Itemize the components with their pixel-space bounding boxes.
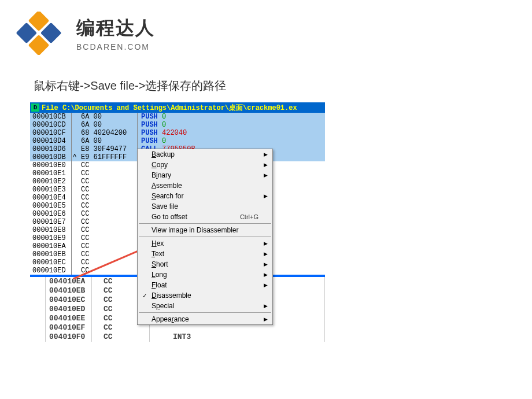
menu-label: View image in Disassembler <box>152 226 239 234</box>
menu-item-special[interactable]: Special▶ <box>138 301 272 311</box>
asm-row[interactable]: 000010D46A 00PUSH 0 <box>30 137 325 145</box>
table-row[interactable]: 004010F0CCINT3 <box>46 332 324 342</box>
submenu-arrow-icon: ▶ <box>264 282 268 288</box>
logo-icon <box>7 12 71 55</box>
menu-item-short[interactable]: Short▶ <box>138 259 272 269</box>
menu-label: Assemble <box>152 182 182 190</box>
menu-label: Save file <box>152 202 178 210</box>
address-cell: 000010EC <box>30 258 72 267</box>
menu-item-search-for[interactable]: Search for▶ <box>138 191 272 201</box>
menu-label: Appearance <box>152 315 189 323</box>
instruction-text: 鼠标右键->Save file->选择保存的路径 <box>0 61 532 102</box>
menu-label: Float <box>152 281 167 289</box>
address-cell: 000010E6 <box>30 210 72 218</box>
bytes-cell: CC <box>77 242 138 250</box>
address-cell: 000010E8 <box>30 226 72 234</box>
bytes-cell: CC <box>77 202 138 210</box>
bytes-cell: CC <box>92 332 150 342</box>
menu-label: Backup <box>152 150 175 158</box>
address-cell: 000010EA <box>30 242 72 250</box>
menu-item-save-file[interactable]: Save file <box>138 201 272 212</box>
address-cell: 004010EF <box>46 323 92 332</box>
bytes-cell: E9 61FFFFFF <box>77 153 138 161</box>
bytes-cell: CC <box>77 226 138 234</box>
submenu-arrow-icon: ▶ <box>264 241 268 246</box>
window-title: File C:\Documents and Settings\Administr… <box>42 103 297 113</box>
instruction-cell: INT3 <box>150 332 191 342</box>
asm-row[interactable]: 000010CD6A 00PUSH 0 <box>30 121 325 129</box>
shortcut-text: Ctrl+G <box>240 213 258 220</box>
address-cell: 000010E9 <box>30 234 72 242</box>
marker-cell: ^ <box>72 153 77 161</box>
address-cell: 000010CF <box>30 129 72 137</box>
bytes-cell: 6A 00 <box>77 137 138 145</box>
menu-item-backup[interactable]: Backup▶ <box>138 149 272 160</box>
bytes-cell: CC <box>77 250 138 258</box>
debugger-window: D File C:\Documents and Settings\Adminis… <box>30 102 325 275</box>
address-cell: 000010D4 <box>30 137 72 145</box>
menu-item-go-to-offset[interactable]: Go to offsetCtrl+G <box>138 212 272 222</box>
address-cell: 000010E0 <box>30 161 72 169</box>
address-cell: 000010EB <box>30 250 72 258</box>
menu-item-hex[interactable]: Hex▶ <box>138 238 272 249</box>
submenu-arrow-icon: ▶ <box>264 251 268 257</box>
menu-item-copy[interactable]: Copy▶ <box>138 160 272 170</box>
menu-label: Search for <box>152 192 183 200</box>
menu-separator <box>139 237 271 237</box>
menu-item-text[interactable]: Text▶ <box>138 249 272 259</box>
submenu-arrow-icon: ▶ <box>264 272 268 278</box>
menu-item-binary[interactable]: Binary▶ <box>138 170 272 180</box>
bytes-cell: CC <box>77 234 138 242</box>
menu-item-view-image-in-disassembler[interactable]: View image in Disassembler <box>138 225 272 235</box>
address-cell: 004010F0 <box>46 332 92 342</box>
menu-item-long[interactable]: Long▶ <box>138 269 272 280</box>
asm-row[interactable]: 000010CF68 40204200PUSH 422040 <box>30 129 325 137</box>
bytes-cell: CC <box>77 258 138 267</box>
menu-label: Short <box>152 260 168 268</box>
logo-en: BCDAREN.COM <box>76 42 155 51</box>
menu-item-appearance[interactable]: Appearance▶ <box>138 314 272 324</box>
menu-item-assemble[interactable]: Assemble <box>138 180 272 191</box>
window-type-icon: D <box>31 104 39 112</box>
submenu-arrow-icon: ▶ <box>264 172 268 178</box>
title-bar[interactable]: D File C:\Documents and Settings\Adminis… <box>30 102 325 113</box>
address-cell: 000010E7 <box>30 218 72 226</box>
menu-label: Disassemble <box>152 291 191 300</box>
bytes-cell: CC <box>77 194 138 202</box>
menu-label: Go to offset <box>152 213 187 221</box>
instruction-cell: PUSH 422040 <box>138 129 187 137</box>
submenu-arrow-icon: ▶ <box>264 261 268 267</box>
menu-label: Long <box>152 271 167 279</box>
submenu-arrow-icon: ▶ <box>264 303 268 309</box>
context-menu: Backup▶Copy▶Binary▶AssembleSearch for▶Sa… <box>137 149 273 325</box>
address-cell: 000010D6 <box>30 145 72 153</box>
menu-item-float[interactable]: Float▶ <box>138 280 272 290</box>
menu-item-disassemble[interactable]: ✓Disassemble <box>138 290 272 301</box>
address-cell: 000010CD <box>30 121 72 129</box>
bytes-cell: CC <box>77 210 138 218</box>
bytes-cell: E8 30F49477 <box>77 145 138 153</box>
bytes-cell: CC <box>77 178 138 186</box>
address-cell: 000010E1 <box>30 169 72 178</box>
bytes-cell: 6A 00 <box>77 121 138 129</box>
bytes-cell: 6A 00 <box>77 113 138 121</box>
asm-row[interactable]: 000010CB6A 00PUSH 0 <box>30 113 325 121</box>
logo-text: 编程达人 BCDAREN.COM <box>76 16 155 51</box>
menu-label: Hex <box>152 239 164 247</box>
bytes-cell: CC <box>77 267 138 275</box>
submenu-arrow-icon: ▶ <box>264 193 268 199</box>
submenu-arrow-icon: ▶ <box>264 162 268 168</box>
menu-label: Copy <box>152 161 168 169</box>
address-cell: 000010E3 <box>30 186 72 194</box>
logo-area: 编程达人 BCDAREN.COM <box>0 0 532 61</box>
address-cell: 004010EE <box>46 314 92 323</box>
address-cell: 000010DB <box>30 153 72 161</box>
bytes-cell: CC <box>77 161 138 169</box>
address-cell: 000010E2 <box>30 178 72 186</box>
logo-cn: 编程达人 <box>76 16 155 41</box>
submenu-arrow-icon: ▶ <box>264 316 268 322</box>
menu-separator <box>139 223 271 224</box>
address-cell: 000010E5 <box>30 202 72 210</box>
instruction-cell: PUSH 0 <box>138 113 166 121</box>
address-cell: 000010E4 <box>30 194 72 202</box>
